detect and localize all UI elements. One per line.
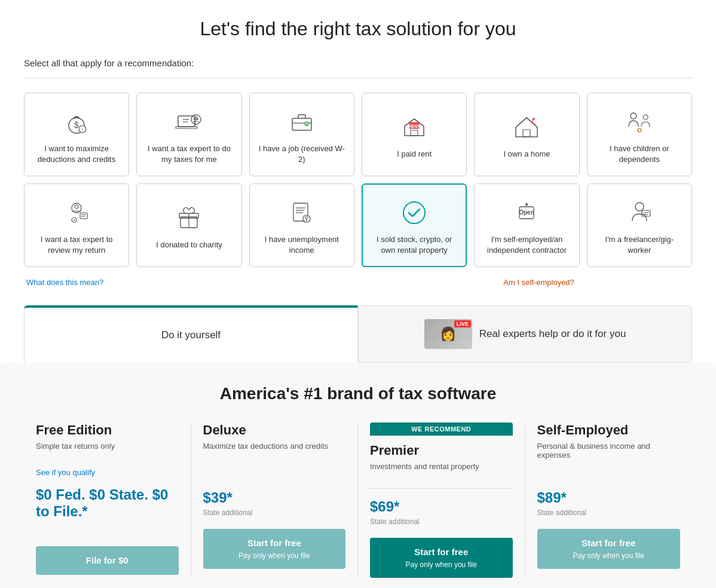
pricing-grid: Free Edition Simple tax returns only See…: [24, 422, 692, 578]
freelancer-icon: [624, 197, 655, 228]
cards-row1: $ ↑ I want to maximize deductions and cr…: [24, 93, 692, 176]
card-self-employed-label: I'm self-employed/an independent contrac…: [482, 234, 571, 256]
plan-name-deluxe: Deluxe: [203, 422, 346, 438]
card-tax-expert-review[interactable]: I want a tax expert to review my return: [24, 183, 129, 267]
svg-text:RENT: RENT: [409, 124, 421, 128]
tab-diy[interactable]: Do it yourself: [24, 305, 358, 363]
plan-desc-deluxe: Maximize tax deductions and credits: [203, 442, 346, 463]
plan-btn-premier-line2: Pay only when you file: [406, 561, 477, 569]
card-unemployment-label: I have unemployment income: [257, 234, 347, 256]
card-job-w2-label: I have a job (received W-2): [257, 143, 347, 165]
svg-point-23: [75, 205, 78, 209]
expert-laptop-icon: [173, 106, 204, 137]
svg-rect-4: [178, 116, 195, 127]
tabs-section: Do it yourself 👩 LIVE Real experts help …: [24, 305, 692, 363]
card-job-w2[interactable]: $ I have a job (received W-2): [249, 93, 354, 176]
pricing-col-self-employed: Self-Employed Personal & business income…: [525, 422, 693, 578]
briefcase-icon: $: [286, 106, 317, 137]
checkmark-icon: [399, 197, 430, 228]
what-does-mean-link[interactable]: What does this mean?: [26, 278, 103, 287]
card-tax-expert-do-label: I want a tax expert to do my taxes for m…: [144, 143, 234, 165]
plan-price-deluxe: $39*: [203, 489, 346, 506]
divider: [24, 78, 692, 78]
card-paid-rent-label: I paid rent: [397, 149, 432, 160]
am-i-self-employed-link[interactable]: Am I self-employed?: [503, 278, 574, 287]
expert-image: 👩 LIVE: [424, 319, 472, 349]
plan-btn-premier[interactable]: Start for free Pay only when you file: [370, 538, 513, 578]
svg-point-43: [635, 203, 644, 211]
pricing-title: America's #1 brand of tax software: [24, 384, 692, 403]
svg-point-21: [638, 128, 641, 132]
plan-btn-deluxe-line2: Pay only when you file: [238, 552, 310, 560]
plan-price-premier: $69*: [370, 498, 513, 515]
plan-price-note-deluxe: State additional: [203, 509, 346, 517]
plan-btn-self-employed-line2: Pay only when you file: [573, 552, 644, 560]
recommend-badge: WE RECOMMEND: [370, 422, 513, 436]
card-maximize-deductions[interactable]: $ ↑ I want to maximize deductions and cr…: [24, 93, 129, 176]
svg-text:$: $: [305, 122, 308, 127]
family-icon: [624, 106, 655, 137]
pricing-col-premier: WE RECOMMEND Premier Investments and ren…: [358, 422, 525, 578]
card-children-dependents[interactable]: I have children or dependents: [587, 93, 692, 176]
card-stock-crypto[interactable]: I sold stock, crypto, or own rental prop…: [362, 183, 467, 267]
plan-btn-deluxe-line1: Start for free: [247, 538, 301, 548]
cards-row2: I want a tax expert to review my return …: [24, 183, 692, 267]
card-children-dependents-label: I have children or dependents: [595, 143, 684, 165]
live-badge: LIVE: [454, 320, 471, 327]
card-own-home[interactable]: I own a home: [474, 93, 579, 176]
svg-text:Open: Open: [519, 209, 535, 216]
plan-name-self-employed: Self-Employed: [537, 422, 681, 438]
house-icon: [511, 112, 542, 143]
plan-name-premier: Premier: [370, 443, 513, 458]
plan-link-free[interactable]: See if you qualify: [36, 468, 179, 477]
svg-rect-5: [176, 127, 197, 128]
card-maximize-deductions-label: I want to maximize deductions and credit…: [32, 143, 121, 165]
open-sign-icon: Open: [511, 197, 542, 228]
card-paid-rent[interactable]: RENT I paid rent: [362, 93, 467, 176]
card-tax-expert-do[interactable]: I want a tax expert to do my taxes for m…: [136, 93, 241, 176]
svg-text:↑: ↑: [81, 127, 84, 133]
pricing-section: America's #1 brand of tax software Free …: [0, 363, 716, 588]
card-self-employed[interactable]: Open I'm self-employed/an independent co…: [474, 183, 579, 267]
svg-point-18: [533, 118, 535, 120]
plan-desc-free: Simple tax returns only: [36, 442, 179, 463]
card-donated-charity-label: I donated to charity: [156, 240, 222, 250]
svg-point-20: [643, 115, 648, 120]
tab-diy-label: Do it yourself: [161, 329, 221, 341]
card-freelancer-label: I'm a freelancer/gig-worker: [595, 234, 684, 256]
svg-point-27: [72, 218, 77, 222]
plan-btn-self-employed-line1: Start for free: [582, 538, 635, 548]
pricing-col-free: Free Edition Simple tax returns only See…: [24, 422, 191, 578]
card-tax-expert-review-label: I want a tax expert to review my return: [32, 234, 121, 256]
svg-text:$: $: [74, 120, 79, 130]
plan-price-note-self-employed: State additional: [537, 509, 681, 517]
expert-review-icon: [61, 197, 92, 228]
money-bag-icon: $ ↑: [61, 106, 92, 137]
card-own-home-label: I own a home: [503, 149, 550, 160]
plan-btn-self-employed[interactable]: Start for free Pay only when you file: [537, 529, 681, 569]
card-stock-crypto-label: I sold stock, crypto, or own rental prop…: [370, 234, 458, 256]
plan-btn-free[interactable]: File for $0: [36, 546, 179, 575]
svg-rect-44: [642, 210, 650, 216]
plan-price-free: $0 Fed. $0 State. $0 to File.*: [36, 486, 179, 520]
pricing-col-deluxe: Deluxe Maximize tax deductions and credi…: [191, 422, 359, 578]
gift-icon: [173, 203, 204, 234]
tab-experts-label: Real experts help or do it for you: [479, 328, 626, 340]
svg-rect-17: [523, 130, 530, 137]
plan-btn-deluxe[interactable]: Start for free Pay only when you file: [203, 529, 346, 569]
svg-point-41: [525, 203, 528, 206]
plan-name-free: Free Edition: [36, 422, 179, 438]
svg-point-19: [631, 113, 637, 119]
card-freelancer[interactable]: I'm a freelancer/gig-worker: [587, 183, 692, 267]
plan-price-note-premier: State additional: [370, 517, 513, 526]
card-donated-charity[interactable]: I donated to charity: [136, 183, 241, 267]
svg-rect-24: [80, 213, 87, 219]
select-label: Select all that apply for a recommendati…: [24, 58, 692, 68]
plan-price-self-employed: $89*: [537, 489, 681, 506]
tab-experts[interactable]: 👩 LIVE Real experts help or do it for yo…: [358, 305, 692, 363]
rent-sign-icon: RENT: [399, 112, 430, 143]
svg-rect-16: [411, 130, 418, 136]
card-unemployment[interactable]: I have unemployment income: [249, 183, 354, 267]
plan-desc-self-employed: Personal & business income and expenses: [537, 442, 681, 463]
page-title: Let's find the right tax solution for yo…: [24, 18, 692, 40]
